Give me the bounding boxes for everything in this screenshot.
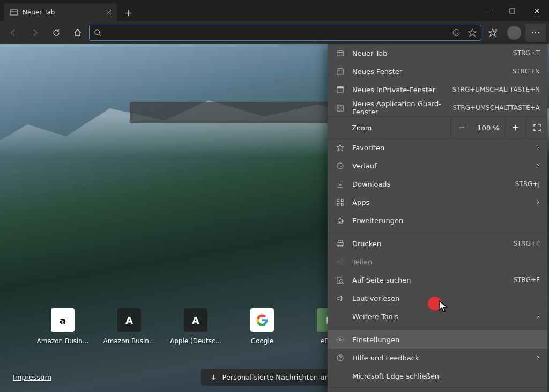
window-minimize-button[interactable]: [475, 0, 500, 21]
profile-button[interactable]: [504, 24, 524, 42]
google-icon: [256, 314, 268, 326]
favorites-bar-button[interactable]: [483, 24, 503, 42]
svg-rect-0: [10, 10, 18, 15]
shield-icon: [335, 104, 345, 112]
help-icon: [335, 354, 345, 362]
menu-more-tools[interactable]: Weitere Tools: [328, 307, 547, 326]
svg-point-42: [341, 263, 343, 265]
svg-marker-14: [469, 29, 476, 36]
tab-icon: [10, 8, 18, 17]
menu-managed[interactable]: Von Ihrer Organisation verwaltet: [328, 390, 547, 392]
favorite-icon[interactable]: [468, 28, 477, 37]
window-maximize-button[interactable]: [500, 0, 524, 21]
zoom-in-button[interactable]: +: [505, 117, 526, 138]
new-tab-button[interactable]: +: [117, 3, 140, 21]
tab-active[interactable]: Neuer Tab: [4, 3, 117, 21]
svg-rect-45: [337, 277, 341, 283]
menu-share: Teilen: [328, 253, 547, 271]
svg-marker-15: [489, 29, 496, 36]
svg-line-44: [339, 262, 341, 263]
puzzle-icon: [335, 217, 345, 225]
refresh-button[interactable]: [46, 24, 66, 42]
svg-point-50: [340, 359, 340, 360]
svg-rect-27: [337, 86, 343, 88]
svg-rect-22: [337, 50, 343, 55]
menu-new-window[interactable]: Neues FensterSTRG+N: [328, 62, 547, 80]
gear-icon: [335, 336, 345, 344]
svg-point-41: [341, 258, 343, 261]
history-icon: [335, 162, 345, 170]
star-icon: [335, 144, 345, 152]
menu-new-tab[interactable]: Neuer TabSTRG+T: [328, 44, 547, 62]
tab-icon: [335, 49, 345, 57]
cookie-icon[interactable]: [452, 28, 461, 37]
toolbar: [0, 21, 549, 44]
svg-point-8: [95, 30, 100, 35]
menu-find[interactable]: Auf Seite suchenSTRG+F: [328, 271, 547, 289]
speaker-icon: [335, 294, 345, 302]
chevron-right-icon: [536, 313, 540, 320]
svg-point-13: [455, 34, 456, 34]
separator: [328, 387, 547, 388]
download-icon: [335, 180, 345, 188]
menu-appguard[interactable]: Neues Application Guard-FensterSTRG+UMSC…: [328, 99, 547, 117]
svg-rect-34: [341, 199, 343, 201]
menu-inprivate[interactable]: Neues InPrivate-FensterSTRG+UMSCHALTTAST…: [328, 80, 547, 99]
svg-point-19: [535, 32, 536, 33]
find-icon: [335, 276, 345, 284]
window-close-button[interactable]: [524, 0, 549, 21]
tile[interactable]: Google: [234, 308, 291, 345]
cursor-icon: [438, 300, 450, 314]
menu-print[interactable]: DruckenSTRG+P: [328, 234, 547, 253]
tile[interactable]: AAmazon Busin...: [101, 308, 158, 345]
apps-icon: [335, 198, 345, 206]
tile[interactable]: aAmazon Busin...: [34, 308, 91, 345]
chevron-right-icon: [536, 199, 540, 205]
fullscreen-button[interactable]: [526, 117, 547, 138]
svg-marker-29: [336, 144, 343, 151]
window-controls: [475, 0, 549, 21]
svg-point-11: [455, 31, 455, 32]
menu-extensions[interactable]: Erweiterungen: [328, 211, 547, 230]
svg-rect-33: [337, 199, 339, 201]
menu-zoom: Zoom − 100 % +: [328, 117, 547, 138]
svg-rect-5: [510, 9, 515, 13]
quick-links: aAmazon Busin... AAmazon Busin... AApple…: [34, 308, 357, 345]
menu-apps[interactable]: Apps: [328, 193, 547, 211]
back-button[interactable]: [3, 24, 24, 42]
svg-rect-24: [337, 68, 343, 74]
address-bar[interactable]: [89, 25, 481, 41]
share-icon: [335, 258, 345, 266]
chevron-right-icon: [536, 144, 540, 151]
separator: [328, 232, 547, 232]
chevron-right-icon: [536, 354, 540, 361]
zoom-out-button[interactable]: −: [451, 117, 472, 138]
menu-favorites[interactable]: Favoriten: [328, 138, 547, 157]
titlebar: Neuer Tab +: [0, 0, 549, 21]
zoom-value: 100 %: [472, 124, 505, 132]
tab-close-icon[interactable]: [106, 10, 112, 15]
svg-point-10: [453, 29, 459, 36]
home-button[interactable]: [68, 24, 88, 42]
window-icon: [335, 68, 345, 76]
imprint-link[interactable]: Impressum: [13, 373, 51, 381]
separator: [328, 328, 547, 328]
svg-point-40: [337, 261, 339, 263]
menu-settings[interactable]: Einstellungen: [328, 330, 547, 349]
tab-title: Neuer Tab: [23, 9, 55, 16]
main-menu: Neuer TabSTRG+T Neues FensterSTRG+N Neue…: [328, 44, 547, 392]
more-button[interactable]: [525, 24, 546, 42]
svg-rect-37: [338, 240, 342, 242]
print-icon: [335, 240, 345, 248]
svg-line-9: [99, 34, 101, 36]
news-bar[interactable]: Personalisierte Nachrichten und r: [201, 369, 348, 386]
tile[interactable]: AApple (Deutsc...: [167, 308, 224, 345]
svg-point-12: [457, 33, 457, 33]
menu-downloads[interactable]: DownloadsSTRG+J: [328, 175, 547, 193]
menu-close-edge[interactable]: Microsoft Edge schließen: [328, 367, 547, 385]
menu-history[interactable]: Verlauf: [328, 157, 547, 175]
svg-line-47: [342, 282, 344, 284]
search-icon: [94, 29, 101, 36]
menu-help[interactable]: Hilfe und Feedback: [328, 349, 547, 367]
forward-button[interactable]: [25, 24, 45, 42]
